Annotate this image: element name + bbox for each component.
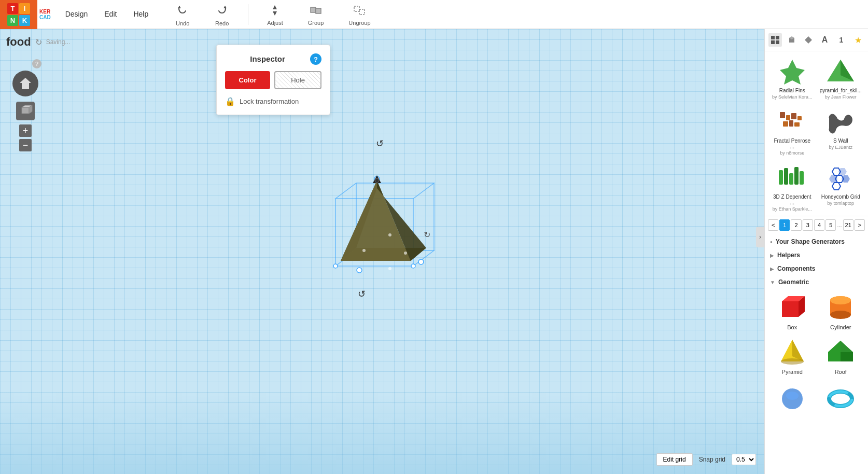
geo-item-roof[interactable]: Roof xyxy=(818,334,864,377)
svg-rect-7 xyxy=(359,9,365,15)
geo-img-cylinder xyxy=(822,292,859,323)
hole-button[interactable]: Hole xyxy=(274,71,321,89)
page-1-button[interactable]: 1 xyxy=(779,219,790,231)
your-shape-generators-header[interactable]: ● Your Shape Generators xyxy=(765,234,868,247)
prev-page-button[interactable]: < xyxy=(768,219,778,231)
lock-label: Lock transformation xyxy=(240,97,299,105)
page-21-button[interactable]: 21 xyxy=(843,219,853,231)
shape-item-pyramid-skil[interactable]: pyramid_for_skil... by Jean Flower xyxy=(818,53,864,102)
svg-point-33 xyxy=(404,252,407,255)
svg-point-79 xyxy=(786,392,799,400)
view-cube[interactable] xyxy=(16,102,35,120)
nav-edit[interactable]: Edit xyxy=(96,0,125,29)
saving-status: Saving... xyxy=(46,38,71,46)
diamond-view-icon[interactable] xyxy=(802,33,815,47)
svg-text:↻: ↻ xyxy=(424,230,430,239)
more-shapes-grid xyxy=(765,379,868,419)
adjust-button[interactable]: Adjust xyxy=(261,1,289,28)
shape-author-honeycomb: by tomlaptop xyxy=(827,201,854,206)
adjust-label: Adjust xyxy=(267,20,283,26)
home-view-button[interactable] xyxy=(12,71,38,96)
snap-select[interactable]: 0.5 xyxy=(732,454,756,465)
page-3-button[interactable]: 3 xyxy=(803,219,813,231)
edit-grid-bar: Edit grid Snap grid 0.5 xyxy=(656,453,756,466)
svg-rect-39 xyxy=(776,40,779,44)
right-panel: A 1 ★ Radial Fins by Selelvian Kora... xyxy=(764,29,868,474)
undo-button[interactable]: Undo xyxy=(169,1,196,29)
logo-n: N xyxy=(7,15,18,26)
next-page-button[interactable]: > xyxy=(855,219,865,231)
color-button[interactable]: Color xyxy=(225,71,270,89)
shape-author-fractal: by n8morse xyxy=(780,150,804,156)
zoom-minus-button[interactable]: − xyxy=(19,139,32,151)
shape-item-swall[interactable]: S Wall by EJBantz xyxy=(818,104,864,158)
shape-item-fractal[interactable]: Fractal Penrose ... by n8morse xyxy=(769,104,816,158)
3d-scene: ↺ ↺ xyxy=(310,136,455,302)
svg-point-34 xyxy=(362,249,366,252)
group-button[interactable]: Group xyxy=(302,1,330,28)
svg-rect-36 xyxy=(771,36,775,39)
community-shapes-grid: Radial Fins by Selelvian Kora... pyramid… xyxy=(765,51,868,216)
helpers-header[interactable]: ▶ Helpers xyxy=(765,247,868,261)
undo-label: Undo xyxy=(176,20,189,26)
nav-design[interactable]: Design xyxy=(57,0,96,29)
components-header[interactable]: ▶ Components xyxy=(765,261,868,274)
page-2-button[interactable]: 2 xyxy=(791,219,801,231)
refresh-icon[interactable]: ↻ xyxy=(35,37,42,47)
nav-help[interactable]: Help xyxy=(125,0,157,29)
geo-item-pyramid[interactable]: Pyramid xyxy=(769,334,816,377)
color-hole-buttons: Color Hole xyxy=(225,71,321,89)
star-view-icon[interactable]: ★ xyxy=(851,33,865,47)
svg-point-30 xyxy=(333,264,338,268)
right-scroll-area: Radial Fins by Selelvian Kora... pyramid… xyxy=(765,51,868,474)
geo-img-pyramid xyxy=(774,337,811,368)
geometric-shapes-grid: Box Cylinder xyxy=(765,288,868,379)
svg-marker-59 xyxy=(838,168,847,175)
help-button[interactable]: ? xyxy=(32,59,41,68)
shape-name-pyramid-skil: pyramid_for_skil... xyxy=(820,88,862,93)
svg-marker-64 xyxy=(782,301,799,317)
svg-point-32 xyxy=(388,233,391,236)
redo-button[interactable]: Redo xyxy=(208,1,235,29)
shape-author-pyramid-skil: by Jean Flower xyxy=(825,94,857,100)
page-4-button[interactable]: 4 xyxy=(814,219,824,231)
svg-rect-56 xyxy=(794,167,799,185)
shape-item-3dz[interactable]: 3D Z Dependent ... by Ethan Sparkle... xyxy=(769,160,816,214)
3d-object[interactable]: ↺ ↺ xyxy=(310,136,455,304)
cube-view-icon[interactable] xyxy=(785,33,799,47)
geo-item-torus[interactable] xyxy=(818,381,864,416)
project-title[interactable]: food xyxy=(6,35,31,49)
text-view-icon[interactable]: A xyxy=(818,33,832,47)
page-5-button[interactable]: 5 xyxy=(825,219,836,231)
svg-marker-60 xyxy=(829,175,837,183)
logo-text-bottom: CAD xyxy=(39,15,51,20)
panel-collapse-button[interactable]: › xyxy=(756,227,764,247)
group-label: Group xyxy=(308,20,324,26)
grid-view-icon[interactable] xyxy=(768,33,782,47)
shape-img-radial-fins xyxy=(774,55,811,87)
geo-item-cylinder[interactable]: Cylinder xyxy=(818,290,864,332)
geo-img-sphere xyxy=(774,383,811,414)
svg-rect-46 xyxy=(780,112,785,118)
shape-item-honeycomb[interactable]: Honeycomb Grid by tomlaptop xyxy=(818,160,864,214)
number-view-icon[interactable]: 1 xyxy=(835,33,848,47)
geometric-header[interactable]: ▼ Geometric xyxy=(765,274,868,288)
lock-icon[interactable]: 🔒 xyxy=(225,96,235,106)
geo-name-roof: Roof xyxy=(835,369,847,375)
svg-rect-53 xyxy=(779,170,783,185)
svg-marker-15 xyxy=(335,183,434,199)
inspector-help-button[interactable]: ? xyxy=(310,53,321,65)
zoom-plus-button[interactable]: + xyxy=(19,124,32,137)
svg-rect-6 xyxy=(354,6,359,11)
shape-item-radial-fins[interactable]: Radial Fins by Selelvian Kora... xyxy=(769,53,816,102)
logo-t: T xyxy=(7,3,18,14)
shape-author-swall: by EJBantz xyxy=(829,145,852,150)
toolbar-separator xyxy=(248,4,248,25)
geo-item-box[interactable]: Box xyxy=(769,290,816,332)
redo-icon xyxy=(215,3,229,19)
ungroup-button[interactable]: Ungroup xyxy=(342,1,376,28)
tinkercad-logo[interactable]: T I N K xyxy=(0,0,37,29)
edit-grid-button[interactable]: Edit grid xyxy=(656,453,693,466)
geo-item-sphere[interactable] xyxy=(769,381,816,416)
canvas-area[interactable]: ? + − xyxy=(0,29,764,474)
